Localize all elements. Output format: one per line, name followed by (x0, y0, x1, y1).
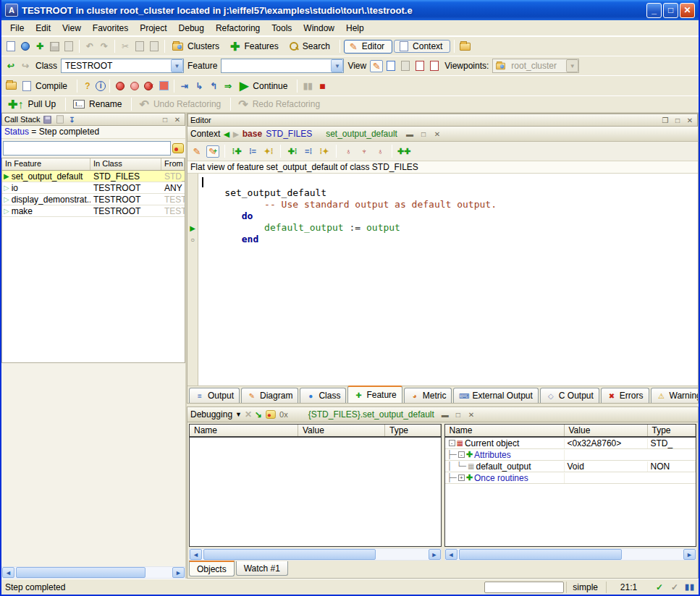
rename-button[interactable]: I... Rename (69, 98, 127, 111)
column-header[interactable]: In Class (90, 158, 161, 170)
expand-icon[interactable]: + (458, 474, 465, 481)
assigners-icon[interactable]: ⁞= (246, 145, 259, 158)
descendants-icon[interactable]: ♆ (358, 145, 371, 158)
open-icon[interactable] (19, 41, 32, 53)
object-tree-row[interactable]: ├─-✚Attributes (445, 449, 696, 461)
object-tree-row[interactable]: │ └─▦default_outputVoidNON (445, 461, 696, 472)
class-combobox[interactable]: TESTROOT ▼ (61, 59, 184, 73)
menu-item-edit[interactable]: Edit (30, 22, 56, 35)
debug-minimize-icon[interactable]: ▬ (440, 410, 450, 420)
callstack-close-icon[interactable]: ✕ (172, 115, 182, 124)
breakpoint-slot-icon[interactable]: ○ (187, 234, 198, 245)
code-area[interactable]: ▶○ set_output_default -- Use standard ou… (187, 174, 698, 386)
view-editor-icon[interactable]: ✎ (370, 60, 383, 72)
forward-icon[interactable]: ↪ (19, 60, 32, 72)
continue-button[interactable]: ▶ Continue (236, 77, 293, 94)
tab-metric[interactable]: ◕Metric (404, 388, 452, 403)
menu-item-tools[interactable]: Tools (266, 22, 298, 35)
step-out-icon[interactable]: ↰ (207, 80, 220, 92)
code-body[interactable]: set_output_default -- Use standard outpu… (198, 174, 698, 386)
context-tool-button[interactable]: Context (394, 40, 450, 53)
edit-feature-icon[interactable]: ✎ (190, 145, 203, 158)
view-clickable-icon[interactable] (384, 60, 397, 72)
editor-close-icon[interactable]: ✕ (685, 116, 695, 125)
callers-icon[interactable]: ⁞✚ (230, 145, 243, 158)
tab-warnings[interactable]: ⚠Warnings (651, 388, 699, 403)
scroll-left-icon[interactable]: ◄ (190, 549, 202, 560)
menu-item-view[interactable]: View (56, 22, 87, 35)
tab-output[interactable]: ≡Output (189, 388, 240, 403)
exception-speech-icon[interactable] (172, 143, 184, 153)
column-header[interactable]: Value (565, 425, 648, 436)
object-tools-icon[interactable]: ↘ (255, 409, 262, 420)
redo-icon[interactable]: ↷ (98, 41, 111, 53)
cut-icon[interactable]: ✂ (119, 41, 132, 53)
menu-item-help[interactable]: Help (340, 22, 370, 35)
gutter-line[interactable] (187, 199, 198, 210)
editor-gutter[interactable]: ▶○ (187, 174, 198, 386)
scroll-right-icon[interactable]: ► (429, 549, 441, 560)
tab-class[interactable]: ●Class (300, 388, 346, 403)
search-button[interactable]: Search (286, 40, 336, 53)
view-contract-icon[interactable] (413, 60, 426, 72)
save-all-icon[interactable] (62, 41, 75, 53)
step-over-icon[interactable]: ⇥ (178, 80, 191, 92)
scroll-right-icon[interactable]: ► (683, 549, 696, 560)
gutter-line[interactable] (187, 210, 198, 222)
disable-breakpoints-icon[interactable] (128, 80, 141, 92)
menu-item-project[interactable]: Project (134, 22, 172, 35)
creators-icon[interactable]: ✦⁞ (262, 145, 275, 158)
column-header[interactable]: Type (648, 425, 696, 436)
edit-feature-new-icon[interactable]: ✎+ (206, 145, 219, 158)
scroll-left-icon[interactable]: ◄ (2, 567, 14, 578)
tab-objects[interactable]: Objects (189, 561, 235, 576)
new-class-icon[interactable]: ✚ (33, 41, 46, 53)
scroll-left-icon[interactable]: ◄ (445, 549, 457, 560)
collapse-icon[interactable]: - (449, 440, 455, 446)
tab-diagram[interactable]: ✎Diagram (241, 388, 298, 403)
menu-item-window[interactable]: Window (298, 22, 340, 35)
pull-up-button[interactable]: ✚↑ Pull Up (4, 96, 62, 113)
project-settings-icon[interactable] (4, 80, 17, 92)
close-icon[interactable]: ✕ (680, 3, 695, 18)
objects-table[interactable]: NameValueType -▦Current object<0x32A8760… (444, 424, 697, 547)
call-stack-row[interactable]: ▷ioTESTROOTANY (2, 182, 185, 194)
debugging-menu-arrow-icon[interactable]: ▼ (235, 411, 242, 418)
context-minimize-icon[interactable]: ▬ (405, 129, 415, 139)
context-close-icon[interactable]: ✕ (432, 129, 442, 139)
column-header[interactable]: Name (190, 425, 298, 436)
callstack-maximize-icon[interactable]: □ (160, 115, 170, 124)
syntax-check-icon[interactable]: ✓ (653, 582, 666, 593)
debug-maximize-icon[interactable]: □ (453, 410, 463, 420)
implementers-icon[interactable]: ✚✚ (397, 145, 410, 158)
tab-errors[interactable]: ✖Errors (601, 388, 649, 403)
object-tree-row[interactable]: ├─+✚Once routines (445, 472, 696, 484)
paste-icon[interactable] (148, 41, 161, 53)
editor-maximize-icon[interactable]: □ (672, 116, 683, 125)
context-back-icon[interactable]: ◀ (224, 130, 229, 138)
ignore-breakpoints-icon[interactable] (157, 80, 170, 92)
features-button[interactable]: ✚ Features (227, 38, 284, 55)
view-interface-icon[interactable] (428, 60, 441, 72)
save-icon[interactable] (48, 41, 61, 53)
pause-icon[interactable]: ▮▮ (301, 80, 314, 92)
copy-icon[interactable] (133, 41, 146, 53)
callstack-hscrollbar[interactable]: ◄ ► (1, 566, 185, 579)
gutter-line[interactable] (187, 187, 198, 199)
callstack-filter-input[interactable] (3, 141, 171, 156)
tab-watch--1[interactable]: Watch #1 (236, 561, 288, 576)
breadcrumb-cluster[interactable]: base (243, 129, 262, 139)
assignees-icon[interactable]: =⁞ (302, 145, 315, 158)
watch-table[interactable]: NameValueType (189, 424, 442, 547)
menu-item-file[interactable]: File (4, 22, 30, 35)
hex-speech-icon[interactable] (266, 410, 276, 419)
code-line[interactable] (202, 176, 694, 187)
call-stack-row[interactable]: ▷display_demonstrat...TESTROOTTEST (2, 194, 185, 205)
tab-feature[interactable]: ✚Feature (347, 386, 402, 403)
new-document-icon[interactable] (4, 41, 17, 53)
step-into-icon[interactable]: ↳ (193, 80, 206, 92)
callstack-copy-icon[interactable] (55, 115, 65, 124)
call-stack-row[interactable]: ▷makeTESTROOTTEST (2, 205, 185, 217)
call-stack-row[interactable]: ▶set_output_defaultSTD_FILESSTD_ (2, 171, 185, 182)
object-tree-row[interactable]: -▦Current object<0x32A8760>STD_ (445, 438, 696, 449)
